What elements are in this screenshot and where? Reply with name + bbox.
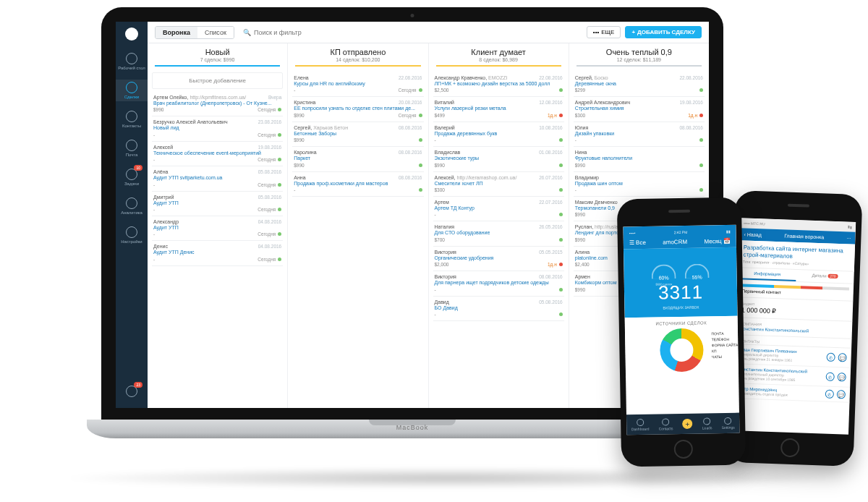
sidebar-item-settings[interactable]: Настройки	[116, 224, 148, 246]
tab-details[interactable]: Детали 270	[796, 270, 854, 284]
card-title[interactable]: Продажа деревянных букв	[435, 131, 563, 137]
card-amount: -	[153, 231, 155, 237]
card-title[interactable]: Техническое обеспечение event-мероприяти…	[153, 150, 281, 156]
deal-card[interactable]: Владислав 01.08.2016 Экзотические туры $…	[433, 147, 564, 171]
deal-card[interactable]: Виктория 05.05.2015 Органические удобрен…	[433, 247, 564, 271]
card-title[interactable]: Деревянные окна	[575, 81, 703, 87]
sidebar-label: Рабочий стол	[118, 66, 145, 70]
card-title[interactable]: Врач реабилитолог (Днепропетровск) - От …	[153, 101, 281, 106]
card-title[interactable]: Аудит УТП	[153, 225, 281, 231]
card-title[interactable]: Экзотические туры	[435, 156, 563, 161]
card-title[interactable]: Строительная химия	[575, 106, 703, 111]
deal-card[interactable]: Артем Олейко, http://kpmfitness.com.ua/ …	[152, 92, 283, 116]
filter-right[interactable]: Месяц 📅	[704, 238, 731, 245]
card-title[interactable]: Аудит УТП	[153, 200, 281, 206]
card-date: 26.05.2016	[539, 224, 563, 229]
card-title[interactable]: Услуги лазерной резки метала	[435, 106, 563, 111]
deal-card[interactable]: Валерий 10.08.2016 Продажа деревянных бу…	[433, 122, 564, 147]
card-title[interactable]: Продажа шин оптом	[575, 181, 703, 187]
card-title[interactable]: Для СТО оборудование	[435, 230, 563, 236]
more-button[interactable]: •••ЕЩЕ	[587, 26, 621, 38]
add-deal-button[interactable]: +ДОБАВИТЬ СДЕЛКУ	[625, 26, 702, 38]
deal-card[interactable]: Виталий 12.08.2016 Услуги лазерной резки…	[433, 97, 564, 122]
sidebar-label: Почта	[126, 153, 138, 157]
card-title[interactable]: Новый лид	[153, 125, 281, 131]
deal-card[interactable]: Владимир Продажа шин оптом -	[574, 172, 705, 197]
column-subtitle: 14 сделок: $10,200	[291, 57, 425, 62]
sidebar-item-contacts[interactable]: Контакты	[116, 109, 148, 130]
deal-card[interactable]: Юлия 08.08.2016 Дизайн упаковки -	[574, 122, 705, 147]
tab-add[interactable]: +	[682, 419, 692, 429]
sidebar-item-tasks[interactable]: 10 Задачи	[116, 166, 148, 188]
view-list-button[interactable]: Список	[197, 27, 234, 38]
card-title[interactable]: Продажа проф.косметики для мастеров	[294, 181, 422, 187]
phone-home-button[interactable]	[674, 440, 693, 459]
settings-icon	[126, 226, 137, 238]
deal-card[interactable]: Каролина 08.08.2016 Паркет $990	[292, 147, 423, 171]
deal-card[interactable]: Алёна 05.08.2016 Аудит УТП svitparketu.c…	[152, 166, 283, 191]
deal-card[interactable]: Денис 04.08.2016 Аудит УТП Денис -Сегодн…	[152, 241, 283, 265]
app-logo[interactable]	[125, 27, 138, 41]
sidebar-item-deals[interactable]: Сделки	[116, 80, 148, 101]
call-icon[interactable]: ✆	[825, 390, 834, 399]
tab-leads[interactable]: Leads	[702, 417, 712, 430]
deal-card[interactable]: Андрей Александрович 19.08.2016 Строител…	[574, 97, 705, 122]
chat-icon[interactable]: 💬	[837, 390, 846, 399]
column-title: КП отправлено	[291, 48, 425, 56]
deal-card[interactable]: Алексей 19.08.2016 Техническое обеспечен…	[152, 142, 283, 166]
deal-card[interactable]: Елена 22.08.2016 Курсы для HR по английс…	[292, 72, 423, 97]
card-title[interactable]: БО Давид	[435, 305, 563, 311]
card-title[interactable]: ЕЕ попросили узнать по отделке стен плит…	[294, 106, 422, 111]
tab-dashboard[interactable]: Dashboard	[631, 418, 650, 430]
filter-left[interactable]: ☰ Все	[629, 239, 646, 246]
sidebar-item-desktop[interactable]: Рабочий стол	[116, 51, 148, 72]
tab-info[interactable]: Информация	[738, 268, 796, 281]
card-title[interactable]: Смесители хочет ЛП	[435, 181, 563, 187]
tab-contacts[interactable]: Contacts	[658, 418, 673, 430]
chat-icon[interactable]: 💬	[837, 373, 846, 381]
call-icon[interactable]: ✆	[826, 353, 835, 362]
chat-icon[interactable]: 💬	[838, 353, 846, 362]
card-title[interactable]: ЛП+МК + возможно дизайн верстка за 5000 …	[435, 81, 563, 87]
search-input[interactable]	[254, 29, 582, 36]
card-title[interactable]: Паркет	[294, 156, 422, 161]
phone-home-button[interactable]	[780, 438, 800, 457]
deal-card[interactable]: Давид 05.08.2016 БО Давид -	[433, 297, 564, 321]
view-funnel-button[interactable]: Воронка	[156, 27, 197, 38]
card-title[interactable]: Фруктовые наполнители	[575, 156, 703, 161]
deal-card[interactable]: Александр 04.08.2016 Аудит УТП -Сегодня	[152, 216, 283, 241]
deal-card[interactable]: Сергей, Боско 22.08.2016 Деревянные окна…	[574, 72, 705, 97]
sources-legend: ПОЧТАТЕЛЕФОНФОРМА САЙТАКПЧАТЫ	[711, 331, 738, 360]
deal-card[interactable]: Нина Фруктовые наполнители $990	[574, 147, 705, 171]
call-icon[interactable]: ✆	[825, 373, 834, 381]
deal-card[interactable]: Кристина 20.08.2016 ЕЕ попросили узнать …	[292, 97, 423, 122]
deal-card[interactable]: Безручко Алексей Анатольевич 23.08.2016 …	[152, 116, 283, 141]
deal-card[interactable]: Дмитрий 05.08.2016 Аудит УТП -Сегодня	[152, 192, 283, 216]
deal-card[interactable]: Сергей, Харьков Бетон 08.08.2016 Бетонны…	[292, 122, 423, 147]
deal-card[interactable]: Виктория 08.08.2016 Для парнера ищет под…	[433, 271, 564, 296]
search-box[interactable]: 🔍	[239, 29, 582, 36]
contact-row[interactable]: Петр МиронидзянцРуководитель отдела прод…	[734, 383, 851, 403]
card-title[interactable]: Для парнера ищет подрядчиков детские оде…	[435, 280, 563, 286]
card-title[interactable]: Органические удобрения	[435, 255, 563, 261]
sidebar-item-mail[interactable]: Почта	[116, 137, 148, 159]
card-title[interactable]: Аудит УТП Денис	[153, 250, 281, 255]
deal-card[interactable]: Анна 08.08.2016 Продажа проф.косметики д…	[292, 172, 423, 197]
quick-add[interactable]: Быстрое добавление	[152, 72, 283, 89]
card-title[interactable]: Бетонные Заборы	[294, 131, 422, 137]
back-button[interactable]: ‹ Назад	[744, 231, 762, 237]
deal-card[interactable]: Артем 22.07.2016 Артем ТД Контур -	[433, 197, 564, 221]
sidebar-item-analytics[interactable]: Аналитика	[116, 195, 148, 217]
card-title[interactable]: Курсы для HR по английскому	[294, 81, 422, 87]
nav-more-icon[interactable]: ···	[846, 235, 851, 240]
deal-title[interactable]: Разработка сайта интернет магазина строй…	[743, 244, 851, 261]
sidebar-notifications[interactable]: 23	[116, 383, 148, 401]
card-title[interactable]: Аудит УТП svitparketu.com.ua	[153, 175, 281, 181]
deal-card[interactable]: Алексей, http://keramashop.com.ua/ 26.07…	[433, 172, 564, 197]
card-title[interactable]: Дизайн упаковки	[575, 131, 703, 137]
desktop-icon	[126, 53, 137, 64]
deal-card[interactable]: Александр Кравченко, EMOZZI 22.08.2016 Л…	[433, 72, 564, 97]
card-title[interactable]: Артем ТД Контур	[435, 205, 563, 211]
tab-settings[interactable]: Settings	[721, 417, 734, 429]
deal-card[interactable]: Наталия 26.05.2016 Для СТО оборудование …	[433, 221, 564, 246]
